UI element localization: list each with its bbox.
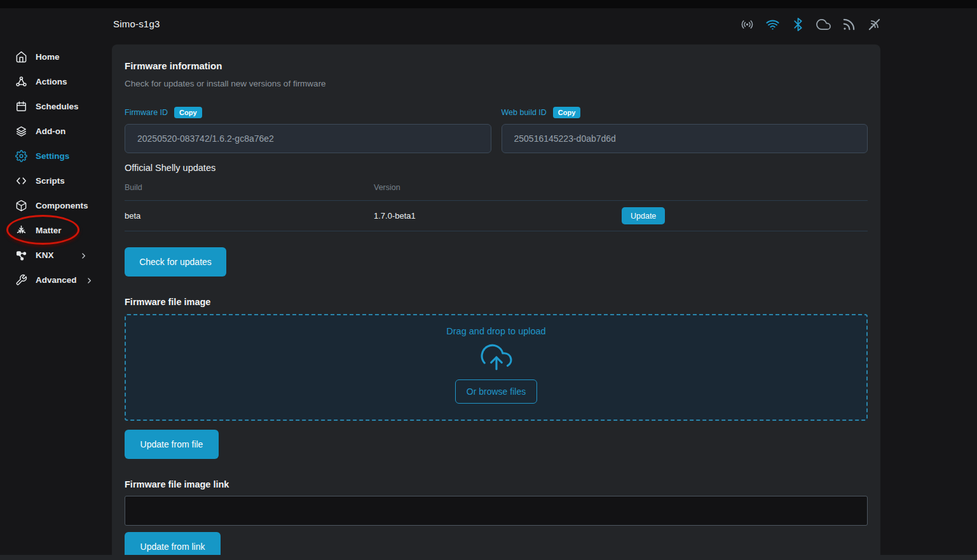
sidebar-item-home[interactable]: Home <box>0 44 112 69</box>
sidebar-item-addon[interactable]: Add-on <box>0 119 112 144</box>
update-row-build: beta <box>125 211 374 221</box>
sidebar-item-settings[interactable]: Settings <box>0 144 112 168</box>
firmware-file-image-link-title: Firmware file image link <box>125 479 868 489</box>
schedules-icon <box>15 100 27 113</box>
sidebar: Home Actions Schedules Add-on <box>0 44 112 555</box>
scripts-code-icon <box>15 175 27 187</box>
sidebar-item-label: Add-on <box>36 126 65 136</box>
chevron-right-icon <box>79 251 88 259</box>
sidebar-item-label: Schedules <box>36 102 79 111</box>
web-build-id-input[interactable] <box>502 124 868 153</box>
sidebar-item-advanced[interactable]: Advanced <box>0 268 112 292</box>
access-point-icon <box>740 17 755 32</box>
sidebar-item-label: Matter <box>36 226 62 235</box>
upload-cloud-icon <box>479 341 514 373</box>
chevron-right-icon <box>85 276 93 284</box>
web-build-id-copy-button[interactable]: Copy <box>553 107 581 118</box>
sidebar-item-label: Advanced <box>36 275 77 285</box>
wifi-icon <box>765 17 780 32</box>
range-extender-disabled-icon <box>867 17 882 32</box>
horizontal-scrollbar-track[interactable] <box>0 555 977 560</box>
firmware-id-field-group: Firmware ID Copy <box>125 106 491 153</box>
update-row-version: 1.7.0-beta1 <box>374 211 622 221</box>
firmware-information-title: Firmware information <box>125 60 868 71</box>
mqtt-icon <box>842 17 856 32</box>
settings-gear-icon <box>15 150 27 162</box>
dropzone-text: Drag and drop to upload <box>446 326 545 336</box>
window-top-edge <box>0 0 977 8</box>
web-build-id-field-group: Web build ID Copy <box>502 106 868 153</box>
column-header-version: Version <box>374 183 622 192</box>
column-header-build: Build <box>125 183 374 192</box>
update-from-file-button[interactable]: Update from file <box>125 430 219 459</box>
sidebar-item-knx[interactable]: KNX <box>0 243 112 268</box>
sidebar-item-label: Home <box>36 52 60 62</box>
firmware-id-label: Firmware ID <box>125 108 168 117</box>
update-button[interactable]: Update <box>622 207 665 224</box>
browse-files-button[interactable]: Or browse files <box>455 379 537 404</box>
matter-icon <box>15 224 27 236</box>
web-build-id-label: Web build ID <box>502 108 547 117</box>
update-from-link-button[interactable]: Update from link <box>125 532 221 555</box>
knx-network-icon <box>15 249 27 261</box>
firmware-file-image-title: Firmware file image <box>125 297 868 307</box>
advanced-wrench-icon <box>15 274 27 286</box>
settings-firmware-panel: Firmware information Check for updates o… <box>112 44 880 555</box>
official-updates-title: Official Shelly updates <box>125 163 868 173</box>
device-name-title: Simo-s1g3 <box>113 18 160 29</box>
sidebar-item-scripts[interactable]: Scripts <box>0 168 112 193</box>
firmware-file-dropzone[interactable]: Drag and drop to upload Or browse files <box>125 314 868 421</box>
actions-icon <box>15 76 27 88</box>
sidebar-item-label: Components <box>36 201 88 210</box>
sidebar-item-label: Scripts <box>36 176 65 186</box>
sidebar-item-schedules[interactable]: Schedules <box>0 94 112 119</box>
check-for-updates-button[interactable]: Check for updates <box>125 247 226 277</box>
firmware-id-fields-row: Firmware ID Copy Web build ID Copy <box>125 106 868 153</box>
firmware-id-input[interactable] <box>125 124 491 153</box>
update-table-row: beta 1.7.0-beta1 Update <box>125 201 868 231</box>
sidebar-item-matter[interactable]: Matter <box>0 218 112 243</box>
status-icon-bar <box>740 17 882 32</box>
home-icon <box>15 51 27 63</box>
sidebar-item-components[interactable]: Components <box>0 193 112 218</box>
addon-layers-icon <box>15 125 27 137</box>
bluetooth-icon <box>791 17 805 32</box>
updates-table-header: Build Version <box>125 179 868 201</box>
sidebar-item-label: KNX <box>36 250 54 260</box>
firmware-information-subtitle: Check for updates or install new version… <box>125 79 868 88</box>
firmware-id-copy-button[interactable]: Copy <box>174 107 202 118</box>
sidebar-item-actions[interactable]: Actions <box>0 69 112 94</box>
sidebar-item-label: Settings <box>36 151 69 161</box>
cloud-icon <box>816 17 831 32</box>
sidebar-item-label: Actions <box>36 77 67 86</box>
firmware-link-input[interactable] <box>125 496 868 526</box>
components-box-icon <box>15 200 27 212</box>
